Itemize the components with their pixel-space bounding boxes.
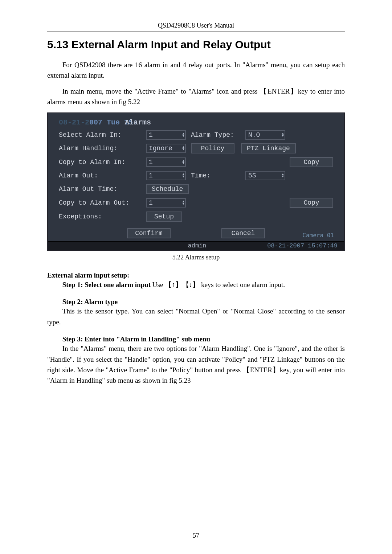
spinner-arrows-icon: ▲▼ [282,173,284,178]
spinner-arrows-icon: ▲▼ [183,160,184,164]
setup-button[interactable]: Setup [146,212,182,222]
copy-to-alarm-in-label: Copy to Alarm In: [59,159,146,166]
status-user: admin [127,242,267,249]
paragraph-intro-2: In main menu, move the "Active Frame" to… [47,86,345,107]
alarm-out-value: 1 [149,172,153,179]
alarm-out-label: Alarm Out: [59,172,146,179]
ptz-linkage-button[interactable]: PTZ Linkage [241,143,296,153]
section-title: 5.13 External Alarm Input and Relay Outp… [47,38,345,51]
policy-button[interactable]: Policy [191,143,234,153]
step-1-label: Step 1: Select one alarm input [62,281,151,288]
status-timestamp: 08-21-2007 15:07:49 [267,242,338,249]
page-number: 57 [0,532,392,539]
alarm-type-spinner[interactable]: N.O ▲▼ [245,130,285,140]
time-value: 5S [248,172,256,179]
alarm-out-time-label: Alarm Out Time: [59,185,146,193]
datetime-overlay-title: Alarms [125,118,151,127]
alarm-handling-spinner[interactable]: Ignore ▲▼ [146,144,186,153]
alarm-type-value: N.O [248,131,260,139]
spinner-arrows-icon: ▲▼ [183,133,184,137]
header-rule [47,32,345,32]
external-setup-heading: External alarm input setup: [47,271,345,279]
spinner-arrows-icon: ▲▼ [183,201,184,205]
running-header: QSD42908C8 User's Manual [47,22,345,30]
alarm-handling-value: Ignore [149,145,172,152]
paragraph-intro-1: For QSD42908 there are 16 alarm in and 4… [47,59,345,81]
datetime-prefix: 08-21-2 [59,118,89,127]
figure-caption: 5.22 Alarms setup [47,254,345,261]
copy-to-alarm-in-value: 1 [149,159,153,166]
select-alarm-in-value: 1 [149,131,153,139]
spinner-arrows-icon: ▲▼ [282,133,284,137]
select-alarm-in-label: Select Alarm In: [59,131,146,139]
camera-overlay-name: Camera 01 [302,233,334,238]
step-2-label: Step 2: Alarm type [47,298,345,306]
time-spinner[interactable]: 5S ▲▼ [245,171,285,180]
copy-to-alarm-in-spinner[interactable]: 1 ▲▼ [146,157,186,167]
step-3-label: Step 3: Enter into "Alarm in Handling" s… [47,335,345,343]
step-2-text: This is the sensor type. You can select … [47,306,345,327]
time-label: Time: [191,172,245,179]
alarm-type-label: Alarm Type: [191,131,245,139]
copy-alarm-in-button[interactable]: Copy [290,157,333,167]
exceptions-label: Exceptions: [59,213,146,220]
status-bar: admin 08-21-2007 15:07:49 [48,241,344,250]
camera-overlay: Camera 01 [302,233,334,238]
alarms-dialog: 08-21-2007 Tue 15:Alarms Select Alarm In… [47,112,345,251]
copy-to-alarm-out-value: 1 [149,199,153,206]
confirm-button[interactable]: Confirm [127,228,171,238]
step-1: Step 1: Select one alarm input Use 【↑】【↓… [47,279,345,290]
select-alarm-in-spinner[interactable]: 1 ▲▼ [146,130,186,140]
cancel-button[interactable]: Cancel [221,228,265,238]
dialog-datetime: 08-21-2007 Tue 15:Alarms [59,118,333,127]
alarm-handling-label: Alarm Handling: [59,145,146,152]
copy-to-alarm-out-spinner[interactable]: 1 ▲▼ [146,198,186,208]
step-1-text: Use 【↑】【↓】 keys to select one alarm inpu… [151,281,285,288]
copy-alarm-out-button[interactable]: Copy [290,198,333,208]
copy-to-alarm-out-label: Copy to Alarm Out: [59,199,146,206]
schedule-button[interactable]: Schedule [146,184,189,194]
step-3-text: In the "Alarms" menu, there are two opti… [47,343,345,386]
spinner-arrows-icon: ▲▼ [183,173,184,178]
spinner-arrows-icon: ▲▼ [183,146,184,151]
alarm-out-spinner[interactable]: 1 ▲▼ [146,171,186,180]
